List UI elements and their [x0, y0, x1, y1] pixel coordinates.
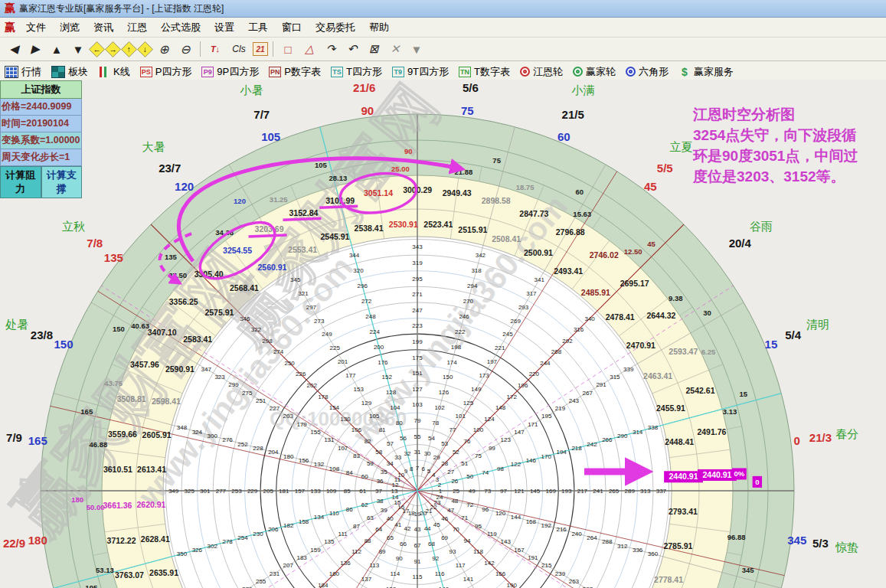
svg-text:274: 274	[273, 348, 284, 355]
menu-item-资讯[interactable]: 资讯	[87, 19, 120, 36]
svg-text:340: 340	[584, 315, 595, 322]
svg-text:60: 60	[361, 473, 368, 480]
menu-item-工具[interactable]: 工具	[241, 19, 275, 36]
triangle-tool-icon[interactable]: △	[299, 40, 319, 58]
svg-text:177: 177	[345, 372, 356, 379]
view-button-t-table[interactable]: TNT数字表	[459, 65, 510, 79]
note-line-1: 3254点失守，向下波段循	[693, 125, 884, 145]
svg-text:12.50: 12.50	[624, 247, 642, 256]
pan-left-icon[interactable]: ←	[89, 41, 105, 57]
svg-text:2491.76: 2491.76	[697, 427, 726, 436]
menu-item-帮助[interactable]: 帮助	[362, 19, 396, 36]
svg-text:203: 203	[283, 413, 294, 420]
svg-text:197: 197	[487, 358, 498, 365]
svg-text:3661.36: 3661.36	[103, 501, 132, 510]
svg-text:350: 350	[177, 550, 188, 557]
view-button-winner-service[interactable]: $赢家服务	[678, 65, 734, 79]
view-button-gann-wheel[interactable]: 江恩轮	[520, 65, 563, 79]
rotate-cw-icon[interactable]: ↷	[321, 40, 341, 58]
forward-icon[interactable]: ▶	[25, 40, 45, 58]
rotate-up-icon[interactable]: ▲	[47, 40, 67, 58]
svg-text:2493.41: 2493.41	[554, 266, 583, 276]
zoom-in-icon[interactable]: ⊕	[154, 40, 174, 58]
svg-text:301: 301	[200, 488, 211, 495]
svg-text:360: 360	[648, 550, 659, 557]
menu-item-交易委托[interactable]: 交易委托	[309, 19, 362, 36]
menu-item-窗口[interactable]: 窗口	[275, 19, 309, 36]
rotate-ccw-icon[interactable]: ↶	[342, 40, 362, 58]
svg-text:2793.41: 2793.41	[669, 507, 698, 516]
svg-text:255: 255	[256, 578, 266, 585]
t-cursor-icon[interactable]: T↓	[205, 40, 225, 58]
svg-text:178: 178	[318, 394, 329, 400]
button-计算支撑[interactable]: 计算支撑	[41, 166, 83, 198]
svg-text:2485.91: 2485.91	[581, 288, 610, 297]
svg-text:220: 220	[529, 371, 540, 377]
svg-text:277: 277	[216, 488, 227, 495]
pan-up-icon[interactable]: ↑	[121, 41, 137, 57]
svg-text:96.88: 96.88	[727, 533, 746, 541]
svg-text:小暑: 小暑	[239, 83, 263, 96]
svg-text:221: 221	[495, 345, 505, 351]
button-计算阻力[interactable]: 计算阻力	[0, 166, 41, 198]
svg-text:150: 150	[54, 338, 74, 351]
svg-text:25.00: 25.00	[391, 165, 410, 173]
svg-text:230: 230	[253, 531, 263, 537]
svg-text:320: 320	[353, 267, 364, 274]
svg-text:295: 295	[412, 276, 423, 283]
pan-down-icon[interactable]: ↓	[137, 41, 153, 57]
clear-tool-icon[interactable]: ▼	[407, 40, 427, 58]
svg-text:120: 120	[234, 197, 246, 205]
view-button-9p-square[interactable]: P99P四方形	[201, 65, 259, 79]
view-button-kline[interactable]: K线	[98, 65, 130, 79]
zoom-out-icon[interactable]: ⊖	[175, 40, 195, 58]
menu-item-江恩[interactable]: 江恩	[120, 19, 154, 36]
svg-text:251: 251	[256, 397, 266, 404]
svg-text:101: 101	[456, 413, 466, 420]
calendar-icon[interactable]: 21	[253, 42, 268, 56]
svg-text:288: 288	[602, 538, 613, 545]
box-zoom-icon[interactable]: ⊠	[364, 40, 384, 58]
svg-text:267: 267	[583, 390, 593, 397]
svg-text:41: 41	[394, 521, 401, 528]
view-button-p-square[interactable]: PSP四方形	[140, 65, 192, 79]
svg-text:55: 55	[414, 433, 421, 440]
view-button-quotes[interactable]: 行情	[5, 65, 41, 79]
rect-tool-icon[interactable]: □	[278, 40, 298, 58]
rotate-down-icon[interactable]: ▼	[68, 40, 88, 58]
svg-text:91: 91	[414, 558, 421, 565]
view-label-hexagon: 六角形	[639, 65, 669, 79]
pan-right-icon[interactable]: →	[105, 41, 121, 57]
svg-text:2440.91: 2440.91	[702, 470, 731, 479]
svg-text:153: 153	[354, 386, 365, 393]
p-square-icon: PS	[140, 67, 152, 77]
svg-text:26: 26	[451, 478, 458, 485]
view-label-9t-square: 9T四方形	[407, 65, 449, 79]
menu-item-文件[interactable]: 文件	[19, 19, 53, 36]
view-button-hexagon[interactable]: 六角形	[626, 65, 669, 79]
svg-text:226: 226	[296, 371, 306, 377]
back-icon[interactable]: ◀	[4, 40, 24, 58]
winner-service-icon: $	[678, 67, 691, 77]
svg-text:清明: 清明	[806, 318, 829, 331]
view-button-sectors[interactable]: 板块	[51, 65, 88, 79]
svg-text:294: 294	[467, 283, 478, 289]
view-button-winner-wheel[interactable]: 赢家轮	[573, 65, 616, 79]
svg-text:33: 33	[394, 454, 401, 461]
view-button-t-square[interactable]: TST四方形	[331, 65, 382, 79]
svg-text:298: 298	[262, 338, 273, 345]
view-button-9t-square[interactable]: T99T四方形	[392, 65, 449, 79]
view-button-p-table[interactable]: PNP数字表	[269, 65, 321, 79]
menu-item-设置[interactable]: 设置	[208, 19, 241, 36]
menu-item-公式选股[interactable]: 公式选股	[154, 19, 208, 36]
svg-text:77: 77	[449, 426, 456, 433]
cls-icon[interactable]: Cls	[227, 40, 251, 58]
svg-text:171: 171	[528, 421, 538, 428]
svg-text:108: 108	[329, 466, 340, 472]
hexagon-icon	[626, 67, 636, 77]
menu-item-浏览[interactable]: 浏览	[53, 19, 87, 36]
svg-text:92: 92	[432, 555, 439, 562]
crosshair-icon[interactable]: ✕	[385, 40, 405, 58]
svg-text:107: 107	[338, 445, 348, 452]
svg-text:229: 229	[247, 488, 258, 495]
